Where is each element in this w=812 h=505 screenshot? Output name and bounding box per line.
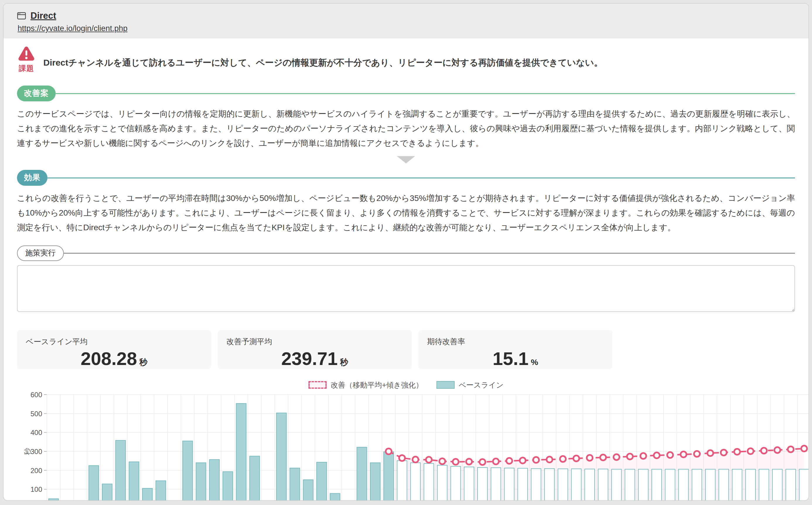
effect-divider <box>47 177 795 178</box>
kpi-card-forecast-average: 改善予測平均 239.71秒 <box>218 330 412 369</box>
kpi-value: 208.28 <box>80 348 137 369</box>
improvement-line-swatch-icon <box>308 381 327 389</box>
effect-badge: 効果 <box>17 170 47 186</box>
chart-section: 改善（移動平均+傾き強化） ベースライン 0100200300400500600… <box>17 380 795 501</box>
page-title-link[interactable]: Direct <box>30 11 56 21</box>
svg-text:400: 400 <box>30 429 42 437</box>
legend-label: 改善（移動平均+傾き強化） <box>331 380 423 390</box>
svg-text:600: 600 <box>30 392 42 399</box>
svg-text:100: 100 <box>30 485 42 493</box>
kpi-unit: 秒 <box>139 358 148 367</box>
issue-badge-label: 課題 <box>17 63 36 73</box>
kpi-label: 期待改善率 <box>427 337 604 347</box>
effect-text: これらの改善を行うことで、ユーザーの平均滞在時間は30%から50%増加し、ページ… <box>17 191 795 235</box>
execution-section-header: 施策実行 <box>17 245 795 261</box>
execution-divider <box>64 253 795 254</box>
window-card: Direct https://cyvate.io/login/client.ph… <box>3 3 809 501</box>
legend-item-improvement: 改善（移動平均+傾き強化） <box>308 380 423 390</box>
window-icon <box>17 11 26 20</box>
proposal-text: このサービスページでは、リピーター向けの情報を定期的に更新し、新機能やサービスの… <box>17 107 795 150</box>
effect-section-header: 効果 <box>17 170 795 186</box>
issue-section: 課題 Directチャンネルを通じて訪れるユーザーに対して、ページの情報更新が不… <box>17 46 795 73</box>
issue-text: Directチャンネルを通じて訪れるユーザーに対して、ページの情報更新が不十分で… <box>43 56 603 69</box>
page-url-link[interactable]: https://cyvate.io/login/client.php <box>18 24 127 33</box>
kpi-label: ベースライン平均 <box>26 337 202 347</box>
proposal-section-header: 改善案 <box>17 86 795 101</box>
kpi-unit: 秒 <box>340 358 348 367</box>
kpi-card-baseline-average: ベースライン平均 208.28秒 <box>17 330 211 369</box>
page-header: Direct https://cyvate.io/login/client.ph… <box>4 4 808 38</box>
baseline-bar-swatch-icon <box>437 381 455 389</box>
kpi-value: 15.1 <box>493 348 529 369</box>
svg-text:300: 300 <box>30 448 42 456</box>
execution-label: 施策実行 <box>17 245 64 261</box>
collapse-arrow-icon[interactable] <box>397 156 415 163</box>
svg-text:秒: 秒 <box>23 448 31 455</box>
legend-label: ベースライン <box>459 380 504 390</box>
svg-text:200: 200 <box>30 467 42 475</box>
timeseries-chart: 01002003004005006002025-10-172025-10-182… <box>22 392 809 501</box>
warning-icon <box>18 57 35 62</box>
svg-text:500: 500 <box>30 410 42 418</box>
kpi-row: ベースライン平均 208.28秒 改善予測平均 239.71秒 期待改善率 15… <box>17 330 795 369</box>
kpi-value: 239.71 <box>281 348 338 369</box>
execution-textarea[interactable] <box>17 265 795 312</box>
legend-item-baseline: ベースライン <box>437 380 504 390</box>
kpi-unit: % <box>531 358 538 367</box>
chart-legend: 改善（移動平均+傾き強化） ベースライン <box>17 380 795 390</box>
kpi-label: 改善予測平均 <box>226 337 403 347</box>
proposal-badge: 改善案 <box>17 86 56 101</box>
kpi-card-expected-improvement-rate: 期待改善率 15.1% <box>418 330 613 369</box>
proposal-divider <box>56 93 795 94</box>
